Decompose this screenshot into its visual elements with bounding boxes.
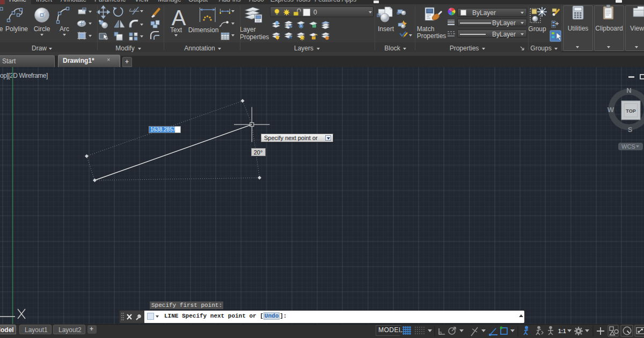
svg-text:S: S <box>628 126 633 134</box>
svg-text:1:1: 1:1 <box>558 328 566 334</box>
svg-text:N: N <box>626 86 631 94</box>
svg-text:TOP: TOP <box>626 108 635 114</box>
svg-text:W: W <box>608 106 614 114</box>
